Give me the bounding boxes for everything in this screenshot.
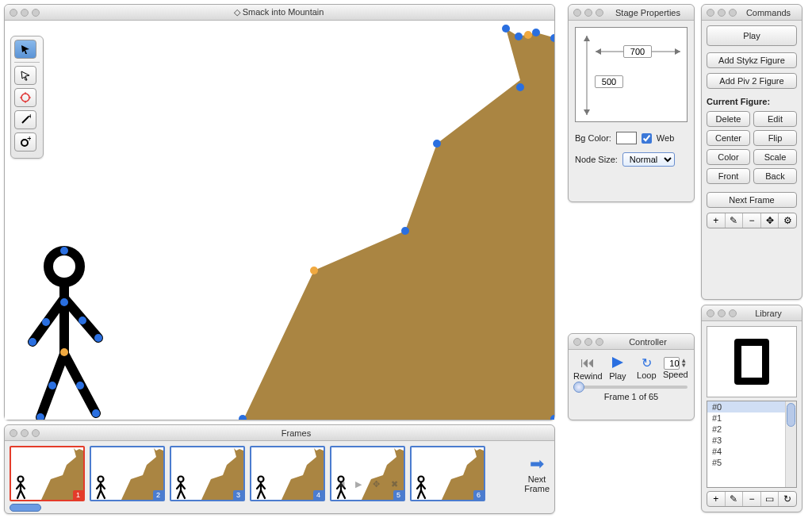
svg-point-11 xyxy=(48,251,80,282)
library-item[interactable]: #0 xyxy=(707,401,796,412)
bg-color-label: Bg Color: xyxy=(575,133,611,143)
bg-color-swatch[interactable] xyxy=(616,132,637,144)
back-button[interactable]: Back xyxy=(753,168,797,184)
next-frame-big-button[interactable]: ➡ Next Frame xyxy=(524,454,550,493)
overlay-move-icon[interactable]: ✥ xyxy=(373,479,380,489)
frame-thumb[interactable]: 4 xyxy=(250,446,325,501)
overlay-delete-icon[interactable]: ✖ xyxy=(391,479,398,489)
library-item[interactable]: #5 xyxy=(707,457,796,468)
svg-line-70 xyxy=(258,490,261,498)
node-size-label: Node Size: xyxy=(575,155,618,164)
tool-select[interactable] xyxy=(14,40,36,59)
close-icon[interactable] xyxy=(573,338,581,346)
stage-canvas[interactable] xyxy=(5,21,554,420)
remove-icon[interactable]: − xyxy=(743,213,761,228)
overlay-play-icon[interactable]: ▶ xyxy=(355,479,362,489)
next-frame-button[interactable]: Next Frame xyxy=(707,192,797,208)
svg-text:+: + xyxy=(28,114,31,121)
front-button[interactable]: Front xyxy=(707,168,750,184)
stage-properties-panel: Stage Properties 700 500 Bg Color: Web N… xyxy=(568,4,695,202)
node-size-select[interactable]: Normal xyxy=(622,152,675,167)
edit-button[interactable]: Edit xyxy=(753,111,797,127)
svg-point-9 xyxy=(310,267,318,274)
frame-thumb[interactable]: 1 xyxy=(10,446,85,501)
folder-icon[interactable]: ▭ xyxy=(761,492,779,506)
remove-icon[interactable]: − xyxy=(743,492,761,506)
svg-point-28 xyxy=(21,94,29,102)
gear-icon[interactable]: ⚙ xyxy=(779,213,796,228)
minimize-icon[interactable] xyxy=(21,9,29,17)
stage-height-input[interactable]: 500 xyxy=(595,75,623,88)
svg-text:+: + xyxy=(27,136,31,143)
add-piv2-button[interactable]: Add Piv 2 Figure xyxy=(707,73,797,89)
frame-overlay-controls[interactable]: ◀ ▶ ✥ ✖ xyxy=(338,479,398,489)
stage-width-input[interactable]: 700 xyxy=(623,45,652,58)
add-icon[interactable]: + xyxy=(707,213,726,228)
move-icon[interactable]: ✥ xyxy=(761,213,779,228)
frames-scrollbar[interactable] xyxy=(10,504,41,512)
frame-thumb[interactable]: 2 xyxy=(90,446,165,501)
tool-target[interactable] xyxy=(14,88,36,107)
close-icon[interactable] xyxy=(10,9,17,17)
toolbox-panel: + + xyxy=(10,36,44,159)
frame-thumb[interactable]: 5 xyxy=(330,446,405,501)
stick-figure[interactable] xyxy=(33,251,98,417)
flip-button[interactable]: Flip xyxy=(753,130,797,146)
speed-input[interactable]: 10 xyxy=(664,357,680,370)
edit-icon[interactable]: ✎ xyxy=(726,492,744,506)
svg-line-77 xyxy=(338,490,341,498)
frame-thumb[interactable]: 6 xyxy=(410,446,485,501)
library-list[interactable]: #0#1#2#3#4#5 xyxy=(707,401,797,488)
close-icon[interactable] xyxy=(707,9,714,17)
svg-marker-41 xyxy=(584,36,590,41)
stage-dimensions-diagram: 700 500 xyxy=(575,27,688,122)
close-icon[interactable] xyxy=(10,429,17,437)
frame-slider[interactable] xyxy=(575,386,688,389)
svg-line-85 xyxy=(421,490,425,498)
main-titlebar[interactable]: ◇ Smack into Mountain xyxy=(5,5,554,21)
tool-pointer[interactable] xyxy=(14,66,36,85)
panel-title: Frames xyxy=(43,428,550,438)
svg-point-27 xyxy=(60,348,68,356)
tool-circle-add[interactable]: + xyxy=(14,132,36,152)
zoom-icon[interactable] xyxy=(32,9,40,17)
frame-thumb[interactable]: 3 xyxy=(170,446,245,501)
svg-line-84 xyxy=(418,490,421,498)
close-icon[interactable] xyxy=(573,9,581,17)
svg-point-1 xyxy=(401,227,409,235)
library-item[interactable]: #4 xyxy=(707,446,796,457)
svg-point-80 xyxy=(419,477,424,482)
play-button[interactable] xyxy=(604,355,631,371)
rewind-button[interactable]: ⏮ xyxy=(573,355,603,371)
scale-button[interactable]: Scale xyxy=(753,149,797,165)
svg-line-64 xyxy=(181,490,185,498)
svg-point-66 xyxy=(259,477,264,482)
commands-iconbar: + ✎ − ✥ ⚙ xyxy=(707,213,797,228)
color-button[interactable]: Color xyxy=(707,149,750,165)
frame-status: Frame 1 of 65 xyxy=(573,392,689,401)
svg-point-18 xyxy=(60,298,68,306)
library-item[interactable]: #1 xyxy=(707,412,796,424)
add-stykz-button[interactable]: Add Stykz Figure xyxy=(707,52,797,68)
library-iconbar: + ✎ − ▭ ↻ xyxy=(707,491,797,507)
play-button[interactable]: Play xyxy=(707,25,797,46)
close-icon[interactable] xyxy=(707,309,714,317)
web-checkbox[interactable] xyxy=(642,133,652,144)
center-button[interactable]: Center xyxy=(707,130,750,146)
svg-point-2 xyxy=(433,140,441,148)
library-item[interactable]: #2 xyxy=(707,424,796,435)
mountain-shape[interactable] xyxy=(243,29,554,420)
edit-icon[interactable]: ✎ xyxy=(726,213,744,228)
add-icon[interactable]: + xyxy=(707,492,726,506)
loop-button[interactable]: ↻ xyxy=(633,355,660,370)
tool-wand[interactable]: + xyxy=(14,110,36,129)
delete-button[interactable]: Delete xyxy=(707,111,750,127)
svg-line-78 xyxy=(341,490,345,498)
refresh-icon[interactable]: ↻ xyxy=(779,492,796,506)
controller-panel: Controller ⏮ Rewind Play ↻ Loop 10 ▲▼ xyxy=(568,333,695,420)
overlay-prev-icon[interactable]: ◀ xyxy=(338,479,344,489)
svg-point-8 xyxy=(502,25,510,33)
library-item[interactable]: #3 xyxy=(707,435,796,446)
speed-stepper[interactable]: ▲▼ xyxy=(680,359,687,368)
scrollbar[interactable] xyxy=(785,401,796,487)
